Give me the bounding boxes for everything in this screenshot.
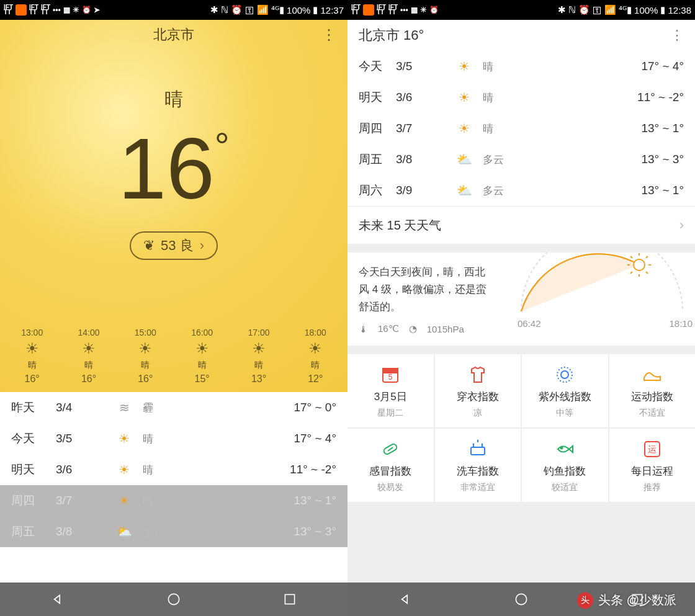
nav-home-icon[interactable] (513, 591, 529, 607)
daily-row[interactable]: 明天 3/6 ☀ 晴 11° ~ -2° (0, 454, 348, 485)
day-date: 3/4 (56, 401, 93, 414)
city-title[interactable]: 北京市 (153, 25, 194, 44)
day-label: 周六 (359, 182, 396, 199)
day-date: 3/7 (56, 494, 93, 507)
index-subtitle: 星期二 (377, 408, 403, 419)
alarm-icon: ⏰ (82, 6, 91, 14)
day-date: 3/9 (396, 184, 433, 197)
hour-time: 14:00 (78, 328, 99, 337)
life-index-item[interactable]: 穿衣指数 凉 (435, 354, 521, 427)
sun-icon: ☀ (459, 90, 470, 105)
index-subtitle: 非常适宜 (460, 482, 495, 493)
day-date: 3/6 (56, 463, 93, 476)
sun-arc: 06:42 18:10 (515, 252, 695, 321)
day-range: 13° ~ 1° (294, 494, 336, 507)
sun-icon: ☀ (195, 340, 209, 357)
daily-forecast-right[interactable]: 今天 3/5 ☀ 晴 17° ~ 4°明天 3/6 ☀ 晴 11° ~ -2°周… (348, 51, 695, 206)
wifi-icon: 📶 (257, 4, 269, 16)
image-icon: ▦ (63, 6, 70, 14)
sun-icon: ☀ (119, 462, 130, 477)
nav-recent-icon[interactable] (282, 591, 298, 607)
hourly-forecast[interactable]: 13:00 ☀ 晴 16°14:00 ☀ 晴 16°15:00 ☀ 晴 16°1… (0, 328, 348, 385)
aqi-label: 良 (180, 238, 194, 253)
nav-home-icon[interactable] (166, 591, 182, 607)
nfc-icon: ℕ (221, 4, 228, 16)
app-icon (16, 4, 27, 16)
watermark: 头 头条 @少数派 (577, 592, 676, 609)
thermometer-icon: 🌡 (359, 324, 368, 334)
more-menu-icon[interactable]: ⋮ (670, 27, 684, 43)
index-subtitle: 较适宜 (552, 482, 578, 493)
day-label: 周五 (359, 151, 396, 167)
more-menu-icon[interactable]: ⋮ (321, 26, 336, 43)
daily-row[interactable]: 周五 3/8 ⛅ 多云 13° ~ 3° (0, 516, 348, 547)
index-title: 运动指数 (631, 390, 673, 404)
daily-row[interactable]: 周五 3/8 ⛅ 多云 13° ~ 3° (348, 144, 695, 175)
hour-time: 13:00 (21, 328, 43, 337)
daily-row[interactable]: 明天 3/6 ☀ 晴 11° ~ -2° (348, 82, 695, 113)
nav-back-icon[interactable] (397, 591, 413, 607)
ifttt-icon: IFTTT (29, 5, 38, 15)
day-label: 明天 (11, 462, 56, 478)
vpn-key-icon: ⚿ (245, 5, 254, 16)
current-condition: 晴 (0, 87, 348, 112)
svg-line-9 (630, 272, 632, 274)
svg-line-7 (630, 256, 632, 258)
svg-point-14 (561, 371, 568, 378)
hourly-item[interactable]: 16:00 ☀ 晴 15° (191, 328, 213, 385)
wifi-icon: 📶 (604, 4, 616, 16)
battery-pct: 100% (634, 5, 658, 16)
day-label: 周四 (11, 493, 56, 509)
day-date: 3/5 (396, 60, 433, 73)
aqi-badge[interactable]: ❦ 53 良 › (130, 231, 218, 260)
sun-icon: ☀ (119, 493, 130, 508)
life-index-item[interactable]: 钓鱼指数 较适宜 (522, 429, 608, 502)
daily-row[interactable]: 今天 3/5 ☀ 晴 17° ~ 4° (0, 423, 348, 454)
summary-text: 今天白天到夜间，晴，西北风 4 级，略微偏凉，还是蛮舒适的。 (359, 264, 495, 316)
sun-icon: ☀ (119, 431, 130, 446)
life-index-item[interactable]: 感冒指数 较易发 (348, 429, 434, 502)
hourly-item[interactable]: 18:00 ☀ 晴 12° (305, 328, 326, 385)
index-icon: 5 (380, 364, 401, 386)
svg-point-15 (557, 367, 572, 382)
hour-cond: 晴 (254, 360, 263, 371)
daily-row[interactable]: 今天 3/5 ☀ 晴 17° ~ 4° (348, 51, 695, 82)
hourly-item[interactable]: 17:00 ☀ 晴 13° (248, 328, 269, 385)
day-date: 3/7 (396, 122, 433, 135)
ifttt-icon: IFTTT (351, 5, 361, 15)
daily-row[interactable]: 周四 3/7 ☀ 晴 13° ~ 1° (348, 113, 695, 144)
nav-back-icon[interactable] (50, 591, 66, 607)
hourly-item[interactable]: 15:00 ☀ 晴 16° (135, 328, 156, 385)
life-index-item[interactable]: 紫外线指数 中等 (522, 354, 608, 427)
sun-icon: ☀ (82, 340, 96, 357)
sun-icon: ☀ (138, 340, 152, 357)
life-index-item[interactable]: 运动指数 不适宜 (609, 354, 696, 427)
svg-line-6 (646, 256, 648, 258)
life-index-item[interactable]: 洗车指数 非常适宜 (435, 429, 521, 502)
hour-cond: 晴 (311, 360, 320, 371)
alarm-icon: ⏰ (578, 4, 590, 16)
svg-point-25 (516, 594, 526, 604)
battery-pct: 100% (287, 5, 310, 16)
daily-row[interactable]: 周四 3/7 ☀ 晴 13° ~ 1° (0, 485, 348, 516)
hourly-item[interactable]: 14:00 ☀ 晴 16° (78, 328, 99, 385)
more-notif-icon: ••• (400, 6, 408, 14)
hour-temp: 16° (81, 373, 96, 385)
svg-rect-1 (285, 594, 294, 604)
android-nav-bar (0, 583, 348, 616)
daily-forecast-left[interactable]: 昨天 3/4 ≋ 霾 17° ~ 0°今天 3/5 ☀ 晴 17° ~ 4°明天… (0, 392, 348, 547)
hourly-item[interactable]: 13:00 ☀ 晴 16° (21, 328, 43, 385)
life-index-item[interactable]: 5 3月5日 星期二 (348, 354, 434, 427)
svg-rect-18 (471, 447, 485, 455)
future-15-day-link[interactable]: 未来 15 天天气 › (348, 207, 695, 244)
daily-row[interactable]: 昨天 3/4 ≋ 霾 17° ~ 0° (0, 392, 348, 423)
header-city-temp[interactable]: 北京市 16° ⋮ (348, 20, 695, 51)
day-range: 17° ~ 4° (641, 60, 684, 73)
index-title: 3月5日 (374, 390, 407, 404)
life-index-item[interactable]: 运 每日运程 推荐 (609, 429, 696, 502)
hour-cond: 晴 (84, 360, 93, 371)
index-subtitle: 较易发 (377, 482, 403, 493)
daily-row[interactable]: 周六 3/9 ⛅ 多云 13° ~ 1° (348, 175, 695, 206)
right-phone-screen: IFTTT IFTTT IFTTT ••• ▦ ☀ ⏰ ✱ ℕ ⏰ ⚿ 📶 ⁴ᴳ… (348, 0, 695, 616)
day-date: 3/6 (396, 91, 433, 104)
